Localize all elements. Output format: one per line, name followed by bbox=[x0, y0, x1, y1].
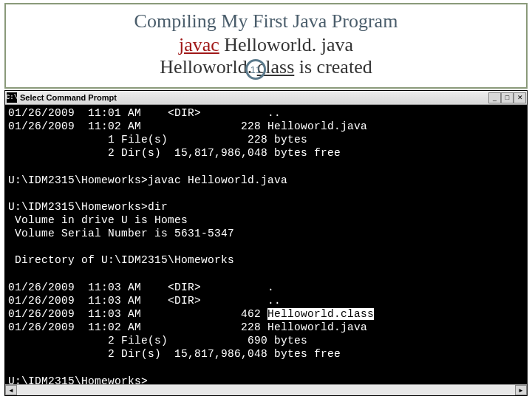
command-line: javac Helloworld. java bbox=[6, 34, 526, 56]
scroll-right-icon[interactable]: ► bbox=[515, 385, 527, 395]
result-line: Helloworld. class is created bbox=[6, 56, 526, 78]
window-title: Select Command Prompt bbox=[20, 93, 488, 102]
term-line: 2 File(s) 690 bytes bbox=[8, 335, 307, 347]
page-number-badge: 11 bbox=[245, 59, 266, 80]
terminal-output[interactable]: 01/26/2009 11:01 AM <DIR> .. 01/26/2009 … bbox=[5, 105, 527, 384]
term-line: 01/26/2009 11:03 AM 462 bbox=[8, 308, 267, 320]
term-line: Directory of U:\IDM2315\Homeworks bbox=[8, 254, 234, 266]
result-post: is created bbox=[294, 56, 372, 78]
horizontal-scrollbar[interactable]: ◄ ► bbox=[5, 384, 527, 395]
term-line: 01/26/2009 11:03 AM <DIR> .. bbox=[8, 295, 281, 307]
term-line: 01/26/2009 11:03 AM <DIR> . bbox=[8, 282, 274, 293]
term-line: 2 Dir(s) 15,817,986,048 bytes free bbox=[8, 348, 341, 360]
scrollbar-track[interactable] bbox=[17, 385, 515, 395]
slide-title: Compiling My First Java Program bbox=[6, 10, 526, 33]
close-button[interactable]: ✕ bbox=[514, 92, 526, 103]
scroll-left-icon[interactable]: ◄ bbox=[5, 385, 17, 395]
cmd-rest: Helloworld. java bbox=[219, 34, 353, 55]
term-line: 01/26/2009 11:02 AM 228 Helloworld.java bbox=[8, 321, 367, 333]
term-line: 01/26/2009 11:01 AM <DIR> .. bbox=[8, 107, 281, 119]
term-line: U:\IDM2315\Homeworks>javac Helloworld.ja… bbox=[8, 174, 287, 186]
term-line: Volume Serial Number is 5631-5347 bbox=[8, 228, 234, 239]
slide-header: Compiling My First Java Program javac He… bbox=[4, 3, 528, 89]
term-line: U:\IDM2315\Homeworks>dir bbox=[8, 201, 168, 213]
cmd-icon: C:\ bbox=[7, 92, 17, 103]
minimize-button[interactable]: _ bbox=[488, 92, 501, 103]
maximize-button[interactable]: □ bbox=[501, 92, 514, 103]
window-titlebar: C:\ Select Command Prompt _ □ ✕ bbox=[5, 91, 527, 105]
term-line: 01/26/2009 11:02 AM 228 Helloworld.java bbox=[8, 120, 367, 132]
highlighted-file: Helloworld.class bbox=[267, 308, 374, 320]
term-line: Volume in drive U is Homes bbox=[8, 214, 188, 226]
javac-word: javac bbox=[179, 34, 219, 55]
term-line: 2 Dir(s) 15,817,986,048 bytes free bbox=[8, 147, 341, 159]
term-line: 1 File(s) 228 bytes bbox=[8, 134, 307, 146]
command-prompt-window: C:\ Select Command Prompt _ □ ✕ 01/26/20… bbox=[4, 90, 528, 396]
result-pre: Helloworld. bbox=[160, 56, 256, 78]
window-buttons: _ □ ✕ bbox=[488, 92, 526, 103]
